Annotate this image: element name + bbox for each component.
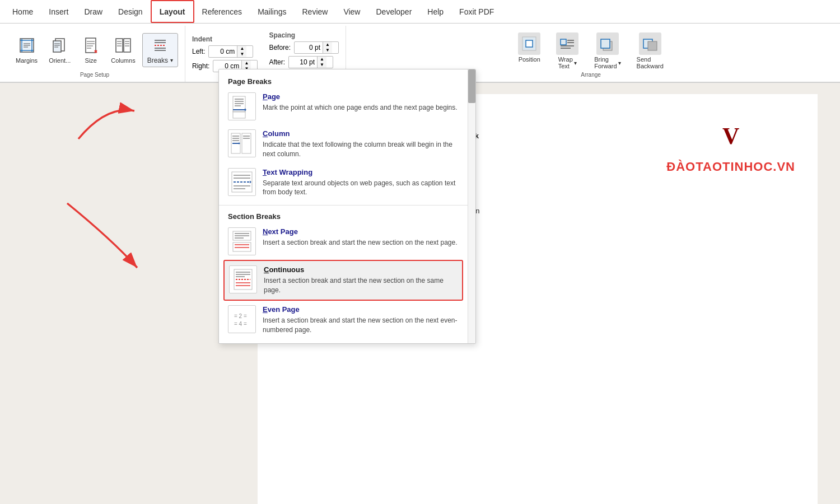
break-evenpage-item[interactable]: = 2 = = 4 = Even Page Insert a section b… xyxy=(219,301,468,339)
indent-right-up[interactable]: ▲ xyxy=(242,60,251,66)
break-nextpage-icon xyxy=(228,227,256,255)
before-arrows[interactable]: ▲ ▼ xyxy=(323,42,332,53)
left-panel: 1 2 3 xyxy=(22,94,146,504)
before-down[interactable]: ▼ xyxy=(323,48,332,53)
wrap-text-icon xyxy=(556,32,578,55)
bring-forward-arrow: ▾ xyxy=(618,60,621,66)
break-page-item[interactable]: Page Mark the point at which one page en… xyxy=(219,88,468,125)
break-textwrap-icon xyxy=(228,168,256,196)
break-page-underline: P xyxy=(263,92,268,101)
section-divider xyxy=(219,205,468,206)
break-column-desc: Indicate that the text following the col… xyxy=(263,140,459,159)
columns-icon xyxy=(114,36,132,56)
break-nextpage-text: Next Page Insert a section break and sta… xyxy=(263,227,459,248)
break-textwrap-item[interactable]: Text Wrapping Separate text around objec… xyxy=(219,164,468,202)
position-button[interactable]: Position xyxy=(512,30,546,65)
break-page-title: Page xyxy=(263,92,459,101)
svg-rect-42 xyxy=(601,39,610,48)
break-textwrap-desc: Separate text around objects on web page… xyxy=(263,179,459,198)
indent-left-up[interactable]: ▲ xyxy=(237,46,246,52)
svg-rect-21 xyxy=(116,39,123,52)
breaks-dropdown: Page Breaks Page Mark the xyxy=(218,69,476,344)
margins-label: Margins xyxy=(16,57,38,64)
margins-button[interactable]: Margins xyxy=(11,34,42,66)
scrollbar-thumb[interactable] xyxy=(468,69,475,103)
before-value[interactable] xyxy=(295,43,323,53)
after-arrows[interactable]: ▲ ▼ xyxy=(317,57,326,68)
svg-rect-14 xyxy=(86,38,96,53)
indent-left-down[interactable]: ▼ xyxy=(237,52,246,57)
break-evenpage-icon: = 2 = = 4 = xyxy=(228,305,256,333)
margins-icon xyxy=(18,36,36,56)
indent-left-value[interactable] xyxy=(209,46,237,57)
breaks-label: Breaks xyxy=(147,57,168,64)
orientation-icon xyxy=(51,36,69,56)
break-textwrap-text: Text Wrapping Separate text around objec… xyxy=(263,168,459,198)
dropdown-scrollbar[interactable] xyxy=(468,69,475,343)
indent-left-arrows[interactable]: ▲ ▼ xyxy=(237,46,246,57)
tab-help[interactable]: Help xyxy=(419,0,451,23)
columns-button[interactable]: Columns xyxy=(106,34,139,66)
send-backward-label: Send Backward xyxy=(637,56,664,69)
break-evenpage-text: Even Page Insert a section break and sta… xyxy=(263,305,459,335)
wrap-text-label: Wrap Text xyxy=(558,56,573,69)
after-up[interactable]: ▲ xyxy=(318,57,326,62)
tab-draw[interactable]: Draw xyxy=(76,0,110,23)
break-column-item[interactable]: Column Indicate that the text following … xyxy=(219,125,468,164)
watermark-v-letter: V xyxy=(722,116,739,156)
size-icon xyxy=(82,36,100,56)
wrap-text-arrow: ▾ xyxy=(574,60,577,66)
section-breaks-title: Section Breaks xyxy=(219,209,468,223)
svg-text:= 4 =: = 4 = xyxy=(234,321,247,327)
after-down[interactable]: ▼ xyxy=(318,62,326,68)
tab-insert[interactable]: Insert xyxy=(41,0,76,23)
indent-section: Indent Left: ▲ ▼ xyxy=(192,35,258,72)
arrange-label: Arrange xyxy=(581,72,601,80)
break-page-desc: Mark the point at which one page ends an… xyxy=(263,103,459,113)
tab-references[interactable]: References xyxy=(194,0,250,23)
indent-left-input[interactable]: ▲ ▼ xyxy=(208,45,253,58)
dropdown-inner: Page Breaks Page Mark the xyxy=(219,69,468,343)
svg-rect-35 xyxy=(526,40,533,47)
orientation-button[interactable]: Orient... xyxy=(44,34,75,66)
tab-foxit[interactable]: Foxit PDF xyxy=(451,0,502,23)
break-nextpage-desc: Insert a section break and start the new… xyxy=(263,238,459,248)
tab-review[interactable]: Review xyxy=(294,0,335,23)
before-up[interactable]: ▲ xyxy=(323,42,332,48)
break-evenpage-title: Even Page xyxy=(263,305,459,314)
send-backward-icon xyxy=(639,32,661,55)
watermark: V ĐÀOTAOTINHOC.VN xyxy=(666,116,795,178)
tab-design[interactable]: Design xyxy=(110,0,151,23)
watermark-logo: V xyxy=(722,116,739,156)
bring-forward-button[interactable]: Bring Forward ▾ xyxy=(589,30,626,72)
before-input[interactable]: ▲ ▼ xyxy=(294,41,339,54)
break-continuous-item[interactable]: Continuous Insert a section break and st… xyxy=(223,260,463,301)
position-icon xyxy=(518,32,540,55)
size-button[interactable]: Size xyxy=(77,34,104,66)
svg-rect-73 xyxy=(233,242,251,251)
breaks-dropdown-arrow: ▾ xyxy=(170,57,173,63)
svg-rect-10 xyxy=(53,41,61,52)
after-label: After: xyxy=(269,58,285,66)
tab-developer[interactable]: Developer xyxy=(368,0,419,23)
page-setup-items: Margins Orient... xyxy=(11,28,178,72)
break-evenpage-desc: Insert a section break and start the new… xyxy=(263,316,459,335)
breaks-button[interactable]: Breaks ▾ xyxy=(142,33,178,67)
break-nextpage-item[interactable]: Next Page Insert a section break and sta… xyxy=(219,223,468,260)
tab-view[interactable]: View xyxy=(335,0,368,23)
break-continuous-text: Continuous Insert a section break and st… xyxy=(264,265,458,295)
break-page-icon xyxy=(228,92,256,120)
tab-home[interactable]: Home xyxy=(4,0,41,23)
tab-layout[interactable]: Layout xyxy=(151,0,194,23)
after-input[interactable]: ▲ ▼ xyxy=(288,56,333,68)
columns-label: Columns xyxy=(111,57,135,64)
after-value[interactable] xyxy=(289,57,317,67)
send-backward-button[interactable]: Send Backward xyxy=(631,30,669,72)
tab-mailings[interactable]: Mailings xyxy=(250,0,294,23)
indent-left-label: Left: xyxy=(192,48,205,55)
breaks-icon xyxy=(151,36,169,55)
wrap-text-button[interactable]: Wrap Text ▾ xyxy=(550,30,584,72)
break-continuous-desc: Insert a section break and start the new… xyxy=(264,276,458,295)
svg-rect-22 xyxy=(124,39,130,52)
page-setup-group: Margins Orient... xyxy=(4,26,185,82)
